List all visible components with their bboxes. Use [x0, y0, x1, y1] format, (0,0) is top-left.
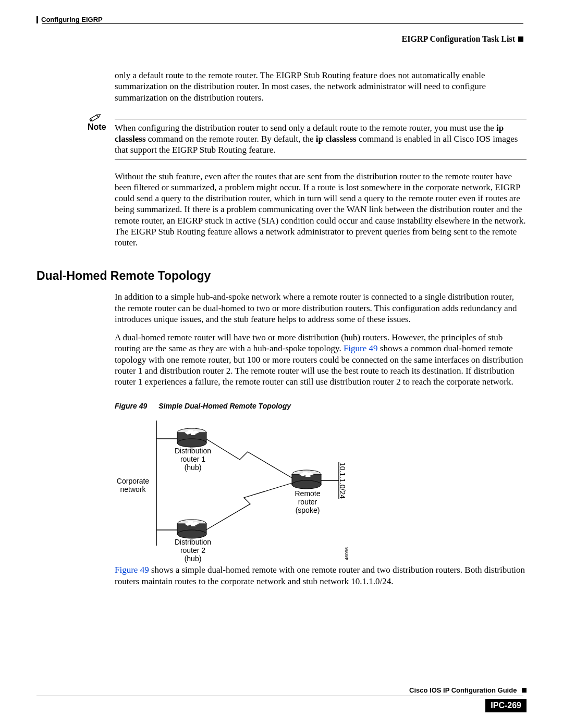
svg-point-11 — [177, 439, 206, 447]
paragraph: A dual-homed remote router will have two… — [115, 332, 527, 387]
figure-title: Simple Dual-Homed Remote Topology — [158, 402, 291, 410]
note-seg: When configuring the distribution router… — [115, 123, 496, 133]
text-seg: shows a simple dual-homed remote with on… — [115, 565, 525, 586]
corporate-network-label: Corporatenetwork — [112, 477, 154, 493]
note-seg: command on the remote router. By default… — [146, 134, 316, 144]
topology-diagram: Corporatenetwork Distributionrouter 1(hu… — [115, 415, 365, 561]
svg-point-14 — [177, 530, 206, 538]
figure-link[interactable]: Figure 49 — [115, 565, 149, 575]
paragraph: Figure 49 shows a simple dual-homed remo… — [115, 564, 527, 587]
page-footer: Cisco IOS IP Configuration Guide IPC-269 — [36, 696, 527, 712]
note-cmd: ip classless — [316, 134, 357, 144]
square-mark-icon — [518, 36, 523, 42]
figure-number: Figure 49 — [115, 402, 147, 410]
paragraph: In addition to a simple hub-and-spoke ne… — [115, 291, 527, 325]
section-text: EIGRP Configuration Task List — [402, 34, 515, 44]
figure-caption: Figure 49Simple Dual-Homed Remote Topolo… — [115, 402, 527, 410]
figure-id-label: 46096 — [344, 547, 349, 560]
note-bottom-rule — [115, 159, 527, 159]
figure-link[interactable]: Figure 49 — [344, 343, 378, 353]
section-heading: Dual-Homed Remote Topology — [36, 269, 527, 283]
dist-router-1-label: Distributionrouter 1(hub) — [172, 447, 214, 472]
pencil-icon — [88, 112, 102, 124]
remote-router-label: Remoterouter(spoke) — [289, 489, 326, 514]
section-label: EIGRP Configuration Task List — [402, 34, 523, 44]
square-mark-icon — [522, 688, 527, 693]
chapter-text: Configuring EIGRP — [41, 16, 103, 23]
bar-mark-icon — [36, 16, 38, 23]
page-number-tab: IPC-269 — [485, 699, 527, 712]
note-text: When configuring the distribution router… — [115, 122, 527, 156]
guide-text: Cisco IOS IP Configuration Guide — [409, 686, 517, 694]
guide-label: Cisco IOS IP Configuration Guide — [409, 686, 527, 696]
chapter-label: Configuring EIGRP — [36, 16, 103, 23]
svg-marker-1 — [97, 113, 101, 117]
note-top-rule — [115, 119, 527, 119]
note-block: Note When configuring the distribution r… — [88, 119, 527, 159]
paragraph: Without the stub feature, even after the… — [115, 171, 527, 249]
svg-point-17 — [292, 480, 321, 489]
subnet-label: 10.1.1.0/24 — [338, 462, 347, 499]
paragraph: only a default route to the remote route… — [115, 70, 527, 103]
page-header: Configuring EIGRP — [36, 16, 527, 23]
dist-router-2-label: Distributionrouter 2(hub) — [172, 538, 214, 563]
note-label: Note — [88, 122, 115, 156]
